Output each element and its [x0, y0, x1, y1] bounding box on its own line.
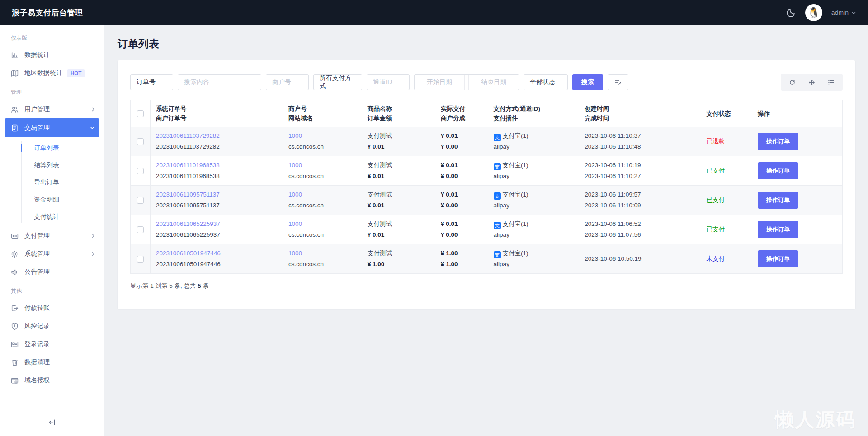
watermark: 懒人源码 [775, 407, 856, 432]
alipay-icon: 支 [494, 163, 501, 170]
sidebar-subitem-export-orders[interactable]: 导出订单 [0, 173, 104, 191]
operate-order-button[interactable]: 操作订单 [758, 192, 798, 209]
system-order-link[interactable]: 2023100610501947446 [156, 248, 277, 259]
sidebar-item-risk-records[interactable]: 风控记录 [0, 317, 104, 335]
sidebar-item-label: 支付管理 [24, 232, 50, 240]
system-order-link[interactable]: 2023100611065225937 [156, 219, 277, 230]
sidebar-item-data-cleanup[interactable]: 数据清理 [0, 353, 104, 371]
order-amount: ¥ 1.00 [368, 259, 429, 270]
sidebar-item-label: 数据清理 [24, 358, 50, 366]
sidebar-item-system-management[interactable]: 系统管理 [0, 245, 104, 263]
app-title: 浪子易支付后台管理 [12, 8, 83, 18]
sidebar-item-domain-auth[interactable]: 域名授权 [0, 371, 104, 389]
chevron-right-icon [90, 233, 96, 239]
created-time: 2023-10-06 11:06:52 [585, 219, 695, 230]
sidebar-item-label: 用户管理 [24, 105, 50, 113]
merchant-id-link[interactable]: 1000 [288, 219, 356, 230]
start-date-input[interactable]: 开始日期 [415, 75, 464, 90]
system-order-link[interactable]: 2023100611103729282 [156, 131, 277, 141]
created-time: 2023-10-06 10:50:19 [585, 253, 695, 264]
pay-method-select[interactable]: 所有支付方式 [313, 74, 362, 90]
sidebar-collapse-button[interactable] [0, 408, 104, 436]
sidebar-item-payment-management[interactable]: 支付管理 [0, 227, 104, 245]
chevron-right-icon [90, 251, 96, 257]
sidebar-subitem-settle-list[interactable]: 结算列表 [0, 156, 104, 173]
sidebar-item-announcement[interactable]: 公告管理 [0, 263, 104, 281]
row-checkbox[interactable] [137, 226, 144, 233]
site-domain: cs.cdncos.cn [288, 200, 356, 211]
date-range-picker: 开始日期 结束日期 [414, 74, 519, 90]
browser-window-icon [11, 377, 19, 384]
order-amount: ¥ 0.01 [368, 141, 429, 152]
actual-paid: ¥ 0.01 [441, 160, 482, 171]
dark-mode-moon-icon[interactable] [786, 8, 796, 18]
col-action: 操作 [752, 100, 842, 127]
col-paid: 实际支付 [441, 104, 482, 113]
gear-icon [11, 250, 19, 258]
status-select[interactable]: 全部状态 [524, 74, 568, 90]
system-order-link[interactable]: 2023100611101968538 [156, 160, 277, 171]
operate-order-button[interactable]: 操作订单 [758, 162, 798, 179]
merchant-order-no: 2023100611065225937 [156, 230, 277, 240]
row-checkbox[interactable] [137, 256, 144, 263]
created-time: 2023-10-06 11:09:57 [585, 189, 695, 200]
row-checkbox[interactable] [137, 138, 144, 145]
sidebar-subitem-pay-stats[interactable]: 支付统计 [0, 208, 104, 225]
actual-paid: ¥ 0.01 [441, 219, 482, 230]
sidebar-section-manage: 管理 [0, 82, 104, 100]
operate-order-button[interactable]: 操作订单 [758, 133, 798, 150]
fullscreen-move-icon[interactable] [808, 79, 815, 86]
completed-time: 2023-10-06 11:07:56 [585, 230, 695, 240]
select-all-checkbox[interactable] [137, 110, 144, 117]
sidebar-item-login-records[interactable]: 登录记录 [0, 335, 104, 353]
merchant-id-link[interactable]: 1000 [288, 160, 356, 171]
sidebar-item-label: 数据统计 [24, 51, 50, 59]
avatar[interactable]: 🐧 [805, 4, 822, 21]
merchant-id-input[interactable]: 商户号 [266, 74, 309, 90]
actual-paid: ¥ 0.01 [441, 189, 482, 200]
sidebar-item-transfer-payout[interactable]: 付款转账 [0, 299, 104, 317]
pay-method: 支付宝(1) [503, 132, 528, 139]
merchant-id-link[interactable]: 1000 [288, 248, 356, 259]
merchant-share: ¥ 0.00 [441, 171, 482, 182]
document-icon [11, 124, 19, 132]
chevron-right-icon [90, 107, 96, 112]
actual-paid: ¥ 0.01 [441, 131, 482, 141]
col-system-order: 系统订单号 [156, 104, 277, 113]
sidebar-subitem-order-list[interactable]: 订单列表 [0, 139, 104, 156]
site-domain: cs.cdncos.cn [288, 141, 356, 152]
status-badge: 未支付 [707, 255, 725, 262]
row-checkbox[interactable] [137, 168, 144, 174]
merchant-id-link[interactable]: 1000 [288, 189, 356, 200]
sidebar-subitem-fund-detail[interactable]: 资金明细 [0, 191, 104, 208]
column-list-icon[interactable] [828, 79, 835, 86]
product-name: 支付测试 [368, 189, 429, 200]
channel-id-input[interactable]: 通道ID [367, 74, 410, 90]
operate-order-button[interactable]: 操作订单 [758, 250, 798, 267]
pay-method: 支付宝(1) [503, 191, 528, 198]
user-menu[interactable]: admin [831, 9, 856, 16]
sidebar-item-region-stats[interactable]: 地区数据统计 HOT [0, 64, 104, 82]
sidebar-item-data-stats[interactable]: 数据统计 [0, 46, 104, 64]
sidebar-item-label: 登录记录 [24, 340, 50, 348]
filter-options-button[interactable] [608, 74, 628, 90]
hot-badge: HOT [67, 69, 85, 77]
row-checkbox[interactable] [137, 197, 144, 204]
search-button[interactable]: 搜索 [572, 74, 603, 90]
order-type-select[interactable]: 订单号 [130, 74, 173, 90]
status-badge: 已支付 [707, 226, 725, 233]
pay-plugin: alipay [494, 200, 574, 211]
col-domain: 网站域名 [288, 113, 356, 123]
sidebar-item-trade-management[interactable]: 交易管理 [5, 118, 99, 137]
table-row: 20231006111037292822023100611103729282 1… [131, 127, 843, 156]
search-input[interactable]: 搜索内容 [178, 74, 261, 90]
operate-order-button[interactable]: 操作订单 [758, 221, 798, 238]
refresh-icon[interactable] [789, 79, 796, 86]
shield-alert-icon [11, 323, 19, 330]
trash-icon [11, 359, 19, 366]
merchant-id-link[interactable]: 1000 [288, 131, 356, 141]
sidebar-item-user-management[interactable]: 用户管理 [0, 100, 104, 118]
table-row: 20231006111019685382023100611101968538 1… [131, 156, 843, 186]
system-order-link[interactable]: 2023100611095751137 [156, 189, 277, 200]
end-date-input[interactable]: 结束日期 [469, 75, 519, 90]
